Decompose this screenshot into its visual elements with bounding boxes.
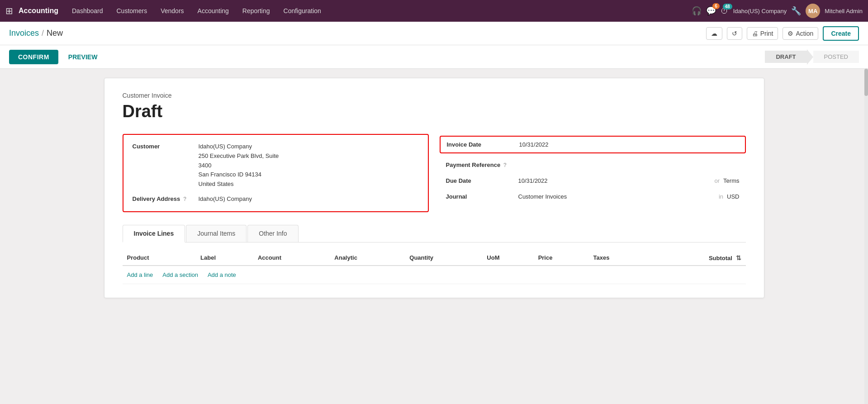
- nav-menu: Dashboard Customers Vendors Accounting R…: [66, 5, 690, 17]
- top-nav: ⊞ Accounting Dashboard Customers Vendors…: [0, 0, 868, 22]
- invoice-table: Product Label Account Analytic Quantity …: [123, 251, 746, 284]
- tab-invoice-lines[interactable]: Invoice Lines: [123, 225, 185, 242]
- customer-value: Idaho(US) Company 250 Executive Park Blv…: [199, 142, 279, 189]
- due-date-terms[interactable]: Terms: [723, 177, 739, 184]
- due-date-or: or: [715, 177, 720, 184]
- invoice-title: Draft: [123, 102, 746, 121]
- grid-icon[interactable]: ⊞: [5, 5, 13, 16]
- nav-vendors[interactable]: Vendors: [154, 5, 190, 17]
- subtotal-sort-icon[interactable]: ⇅: [736, 254, 741, 261]
- chat-icon[interactable]: 💬6: [706, 6, 716, 16]
- scroll-thumb[interactable]: [864, 69, 868, 96]
- col-analytic: Analytic: [330, 251, 405, 266]
- nav-configuration[interactable]: Configuration: [277, 5, 327, 17]
- journal-currency: USD: [727, 193, 739, 200]
- preview-button[interactable]: PREVIEW: [62, 50, 104, 64]
- customer-addr1: 250 Executive Park Blvd, Suite: [199, 152, 279, 161]
- col-taxes: Taxes: [588, 251, 648, 266]
- customer-addr2: 3400: [199, 161, 279, 171]
- delivery-address-label: Delivery Address ?: [133, 195, 191, 202]
- clock-icon[interactable]: ⏱48: [721, 6, 729, 16]
- gear-icon: ⚙: [787, 30, 793, 37]
- printer-icon: 🖨: [752, 30, 758, 37]
- add-line-row: Add a line Add a section Add a note: [123, 266, 746, 284]
- wrench-icon[interactable]: 🔧: [791, 6, 801, 16]
- add-note-link[interactable]: Add a note: [208, 271, 236, 278]
- nav-right: 🎧 💬6 ⏱48 Idaho(US) Company 🔧 MA Mitchell…: [692, 4, 863, 18]
- col-label: Label: [196, 251, 253, 266]
- add-section-link[interactable]: Add a section: [162, 271, 198, 278]
- nav-logo[interactable]: ⊞: [5, 5, 13, 16]
- nav-accounting[interactable]: Accounting: [191, 5, 235, 17]
- cloud-save-button[interactable]: ☁: [706, 27, 722, 40]
- invoice-date-value[interactable]: 10/31/2022: [519, 141, 739, 148]
- breadcrumb-actions: ☁ ↺ 🖨 Print ⚙ Action Create: [706, 26, 859, 41]
- nav-dashboard[interactable]: Dashboard: [66, 5, 109, 17]
- nav-app-name[interactable]: Accounting: [19, 7, 58, 15]
- payment-ref-help-icon[interactable]: ?: [503, 162, 507, 168]
- avatar[interactable]: MA: [806, 4, 820, 18]
- refresh-icon: ↺: [732, 30, 737, 37]
- print-button[interactable]: 🖨 Print: [747, 27, 778, 40]
- col-quantity: Quantity: [405, 251, 482, 266]
- nav-user: Mitchell Admin: [825, 8, 863, 14]
- tab-journal-items[interactable]: Journal Items: [186, 225, 247, 242]
- action-button[interactable]: ⚙ Action: [783, 27, 818, 40]
- invoice-date-label: Invoice Date: [447, 141, 519, 148]
- confirm-button[interactable]: CONFIRM: [9, 50, 58, 64]
- customer-box: Customer Idaho(US) Company 250 Executive…: [123, 134, 429, 212]
- delivery-help-icon[interactable]: ?: [183, 196, 186, 202]
- right-fields: Invoice Date 10/31/2022 Payment Referenc…: [440, 134, 746, 212]
- breadcrumb-current: New: [47, 29, 63, 38]
- payment-ref-label: Payment Reference ?: [446, 162, 518, 168]
- payment-ref-row: Payment Reference ?: [440, 159, 746, 171]
- action-bar: CONFIRM PREVIEW DRAFT POSTED: [0, 45, 868, 69]
- delivery-address-value[interactable]: Idaho(US) Company: [199, 195, 252, 204]
- form-grid: Customer Idaho(US) Company 250 Executive…: [123, 134, 746, 212]
- main-content: Customer Invoice Draft Customer Idaho(US…: [0, 69, 868, 404]
- journal-label: Journal: [446, 193, 518, 200]
- chat-badge: 6: [712, 3, 720, 9]
- breadcrumb-bar: Invoices / New ☁ ↺ 🖨 Print ⚙ Action Crea…: [0, 22, 868, 45]
- due-date-label: Due Date: [446, 177, 518, 184]
- col-product: Product: [123, 251, 196, 266]
- journal-in: in: [719, 193, 723, 200]
- nav-customers[interactable]: Customers: [110, 5, 154, 17]
- tabs-bar: Invoice Lines Journal Items Other Info: [123, 225, 746, 242]
- add-line-link[interactable]: Add a line: [127, 271, 153, 278]
- journal-value[interactable]: Customer Invoices: [518, 193, 713, 200]
- col-subtotal: Subtotal ⇅: [648, 251, 746, 266]
- invoice-form: Customer Invoice Draft Customer Idaho(US…: [104, 78, 764, 298]
- breadcrumb-invoices[interactable]: Invoices: [9, 29, 39, 38]
- cloud-icon: ☁: [711, 30, 717, 37]
- breadcrumb: Invoices / New: [9, 29, 706, 38]
- customer-label: Customer: [133, 142, 191, 150]
- scrollbar[interactable]: [864, 69, 868, 404]
- nav-reporting[interactable]: Reporting: [236, 5, 276, 17]
- breadcrumb-separator: /: [42, 29, 44, 38]
- col-account: Account: [253, 251, 330, 266]
- company-name[interactable]: Idaho(US) Company: [733, 8, 787, 14]
- customer-name[interactable]: Idaho(US) Company: [199, 142, 279, 152]
- status-arrow: [807, 49, 813, 65]
- clock-badge: 48: [723, 4, 732, 10]
- add-line-cell: Add a line Add a section Add a note: [123, 266, 746, 284]
- table-header-row: Product Label Account Analytic Quantity …: [123, 251, 746, 266]
- journal-row: Journal Customer Invoices in USD: [440, 190, 746, 203]
- headset-icon[interactable]: 🎧: [692, 6, 702, 16]
- col-price: Price: [534, 251, 589, 266]
- create-button[interactable]: Create: [823, 26, 859, 41]
- delivery-address-row: Delivery Address ? Idaho(US) Company: [133, 195, 419, 204]
- tab-other-info[interactable]: Other Info: [247, 225, 298, 242]
- status-trail: DRAFT POSTED: [765, 49, 859, 65]
- customer-addr4: United States: [199, 180, 279, 189]
- refresh-button[interactable]: ↺: [727, 27, 742, 40]
- customer-addr3: San Francisco ID 94134: [199, 170, 279, 180]
- customer-row: Customer Idaho(US) Company 250 Executive…: [133, 142, 419, 189]
- invoice-date-row: Invoice Date 10/31/2022: [440, 136, 746, 153]
- status-draft: DRAFT: [765, 51, 806, 63]
- invoice-type-label: Customer Invoice: [123, 92, 746, 99]
- col-uom: UoM: [482, 251, 533, 266]
- due-date-value[interactable]: 10/31/2022: [518, 177, 709, 184]
- due-date-row: Due Date 10/31/2022 or Terms: [440, 175, 746, 187]
